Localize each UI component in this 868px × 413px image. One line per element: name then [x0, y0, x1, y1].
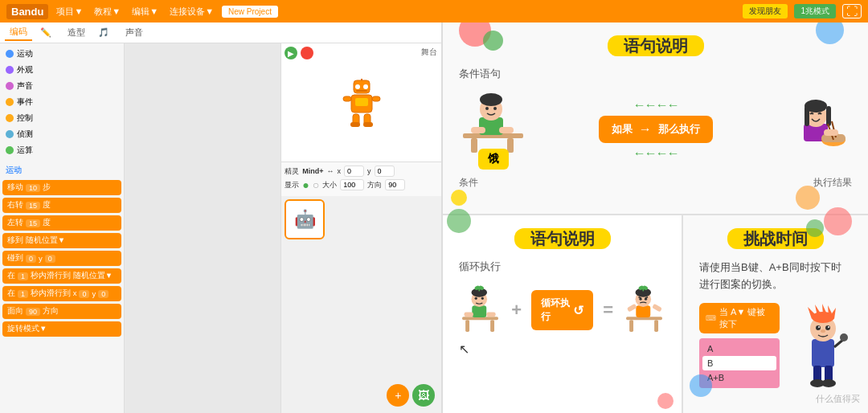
svg-point-20: [485, 107, 489, 110]
cat-dot-sound: [6, 82, 14, 90]
cat-sound[interactable]: 声音: [2, 79, 121, 93]
block-face-direction[interactable]: 面向 90 方向: [2, 304, 121, 319]
deco-circle-orange: [796, 186, 820, 210]
script-area[interactable]: + − ⛶: [125, 43, 280, 413]
scratch-toolbar: 编码 ✏️ 造型 🎵 声音: [0, 22, 441, 43]
show-toggle[interactable]: ●: [302, 178, 309, 191]
lesson-bottom-right: 挑战时间 请使用当B键、A+B同时按下时 进行图案的切换。 ⌨ 当 A▼ 键被按…: [683, 215, 868, 413]
cat-dot-sensing: [6, 130, 14, 138]
tab-costumes[interactable]: 造型: [63, 25, 90, 40]
if-then-block: 如果 → 那么执行: [599, 116, 713, 143]
svg-rect-56: [652, 304, 662, 313]
svg-rect-37: [473, 305, 487, 317]
y-label: y: [367, 167, 371, 175]
cat-dot-motion: [6, 50, 14, 58]
svg-point-54: [645, 298, 647, 301]
sprite-robot: [342, 79, 382, 127]
svg-point-41: [481, 297, 484, 300]
sprite-direction-input[interactable]: [385, 179, 405, 190]
svg-rect-48: [629, 320, 633, 332]
deco-bl-red: [657, 393, 674, 409]
x-label: x: [338, 167, 342, 175]
block-move[interactable]: 移动 10 步: [2, 180, 121, 195]
condition-label: 饿: [478, 149, 509, 170]
new-project-button[interactable]: New Project: [222, 6, 278, 18]
fullscreen-button[interactable]: ⛶: [842, 4, 862, 18]
hide-toggle[interactable]: ○: [313, 178, 319, 191]
lesson-top: 语句说明 条件语句: [443, 22, 868, 215]
motion-section-label: 运动: [2, 163, 121, 178]
sprite-name-label: 精灵: [285, 166, 299, 177]
add-sprite-button[interactable]: +: [387, 384, 409, 407]
size-label: 大小: [322, 180, 337, 190]
cat-control[interactable]: 控制: [2, 111, 121, 125]
tab-code[interactable]: 编码: [5, 24, 32, 41]
stop-button[interactable]: [301, 47, 313, 59]
sprite-x-input[interactable]: [344, 166, 364, 177]
scratch-ide: 编码 ✏️ 造型 🎵 声音 运动 外观: [0, 22, 443, 413]
block-icon: ⌨: [706, 314, 716, 322]
friend-button[interactable]: 发现朋友: [743, 4, 788, 18]
svg-rect-15: [471, 138, 477, 153]
svg-point-19: [480, 93, 502, 106]
cat-label-sound: 声音: [17, 80, 33, 92]
char-condition: 饿: [459, 89, 527, 170]
add-backdrop-button[interactable]: 🖼: [412, 384, 435, 407]
sprite-size-input[interactable]: [340, 179, 364, 190]
deco-br-red: [824, 207, 852, 235]
stage-area: 舞台 ▶: [280, 43, 441, 413]
condition-labels: 条件 执行结果: [459, 176, 852, 190]
lesson-bl-subtitle: 循环执行: [459, 260, 665, 274]
share-button[interactable]: 1兆模式: [794, 4, 836, 18]
loop-char1-svg: [459, 282, 502, 338]
cat-sensing[interactable]: 侦测: [2, 127, 121, 141]
if-then-container: ←←←← 如果 → 那么执行 ←←←←: [599, 98, 713, 161]
stage-label: 舞台: [421, 47, 437, 58]
key-press-block[interactable]: ⌨ 当 A▼ 键被按下: [699, 303, 780, 333]
svg-point-69: [825, 325, 830, 330]
cat-label-events: 事件: [17, 96, 33, 108]
sprite-y-input[interactable]: [375, 166, 395, 177]
sprite-props-row: 显示 ● ○ 大小 方向: [285, 178, 438, 191]
cat-label-sensing: 侦测: [17, 129, 33, 140]
block-glide-random[interactable]: 在 1 秒内滑行到 随机位置▼: [2, 268, 121, 284]
cat-events[interactable]: 事件: [2, 95, 121, 109]
option-b[interactable]: B: [702, 356, 776, 370]
block-rotation[interactable]: 旋转模式▼: [2, 321, 121, 337]
option-a[interactable]: A: [702, 341, 776, 356]
lesson-top-title: 语句说明: [459, 35, 852, 57]
block-turn-left[interactable]: 左转 15 度: [2, 215, 121, 231]
loop-icon: ↺: [573, 303, 583, 318]
cat-operators[interactable]: 运算: [2, 143, 121, 157]
svg-rect-9: [372, 96, 380, 101]
menu-tutorial[interactable]: 教程▼: [91, 4, 124, 19]
char-result: [784, 96, 852, 163]
cursor-indicator: ↖: [459, 341, 665, 357]
cat-dot-events: [6, 98, 14, 106]
equals-sign: =: [603, 300, 613, 321]
menu-project[interactable]: 项目▼: [53, 4, 86, 19]
cat-motion[interactable]: 运动: [2, 47, 121, 61]
svg-rect-7: [355, 98, 368, 106]
block-label: 当 A▼ 键被按下: [719, 306, 773, 330]
block-glide-xy[interactable]: 在 1 秒内滑行到 x 0 y 0: [2, 286, 121, 301]
option-ab[interactable]: A+B: [702, 370, 776, 385]
cat-label-control: 控制: [17, 112, 33, 124]
arrow-indicator: ←←←←: [633, 98, 678, 112]
menu-connect[interactable]: 连接设备▼: [166, 4, 217, 19]
tab-sounds[interactable]: 声音: [121, 25, 148, 40]
block-goto[interactable]: 移到 随机位置▼: [2, 233, 121, 248]
cat-looks[interactable]: 外观: [2, 63, 121, 77]
lesson-top-subtitle: 条件语句: [459, 67, 852, 81]
menu-edit[interactable]: 编辑▼: [129, 4, 162, 19]
challenge-char-svg: [796, 303, 852, 391]
svg-rect-27: [805, 106, 809, 126]
svg-point-74: [840, 333, 848, 341]
lesson-bottom: 语句说明 循环执行: [443, 215, 868, 413]
sprite-thumb-robot[interactable]: 🤖: [285, 199, 325, 239]
condition-diagram: 饿 ←←←← 如果 → 那么执行 ←←←←: [459, 89, 852, 170]
block-goto-xy[interactable]: 碰到 0 y 0: [2, 251, 121, 266]
dropdown-section: ⌨ 当 A▼ 键被按下 A B A+B: [699, 303, 780, 388]
block-turn-right[interactable]: 右转 15 度: [2, 198, 121, 213]
green-flag-button[interactable]: ▶: [285, 47, 297, 59]
